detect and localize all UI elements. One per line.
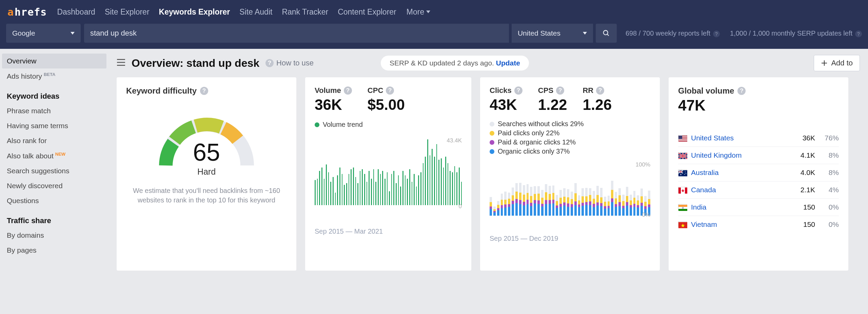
flag-icon (678, 152, 687, 158)
gv-country-link[interactable]: Canada (691, 186, 716, 194)
gv-row: India1500% (678, 199, 839, 216)
svg-rect-10 (678, 139, 687, 140)
nav-link-content-explorer[interactable]: Content Explorer (338, 7, 396, 17)
kd-note: We estimate that you'll need backlinks f… (126, 186, 287, 205)
svg-rect-11 (678, 140, 687, 141)
clicks-label: Clicks (490, 86, 512, 95)
svg-point-27 (680, 174, 682, 175)
nav-links: DashboardSite ExplorerKeywords ExplorerS… (57, 7, 396, 17)
rr-value: 1.26 (583, 96, 612, 113)
serp-update-link[interactable]: Update (496, 59, 520, 67)
sidebar-item-also-talk-about[interactable]: Also talk aboutNEW (2, 148, 106, 163)
gv-pct: 8% (820, 169, 839, 177)
nav-link-dashboard[interactable]: Dashboard (57, 7, 95, 17)
country-select[interactable]: United States (512, 24, 593, 43)
sidebar-heading: Traffic share (2, 208, 106, 228)
help-icon[interactable]: ? (737, 87, 746, 95)
svg-point-26 (684, 174, 685, 175)
add-to-button[interactable]: Add to (814, 55, 860, 71)
help-icon[interactable]: ? (855, 31, 862, 37)
flag-icon (678, 221, 687, 228)
sidebar-item-newly-discovered[interactable]: Newly discovered (2, 178, 106, 193)
gv-row: United States36K76% (678, 130, 839, 147)
help-icon[interactable]: ? (514, 86, 522, 95)
monthly-serp-status: 1,000 / 1,000 monthly SERP updates left (730, 30, 852, 37)
svg-rect-29 (678, 188, 681, 194)
weekly-reports-status: 698 / 700 weekly reports left (626, 30, 710, 37)
sidebar-item-overview[interactable]: Overview (2, 54, 106, 68)
cps-value: 1.22 (538, 96, 567, 113)
serp-update-pill: SERP & KD updated 2 days ago. Update (381, 56, 529, 71)
sidebar-item-by-domains[interactable]: By domains (2, 228, 106, 243)
keyword-input-wrap (84, 24, 509, 43)
engine-select[interactable]: Google (6, 24, 81, 43)
gv-volume: 4.1K (801, 151, 815, 159)
gv-pct: 0% (820, 220, 839, 229)
help-icon[interactable]: ? (386, 86, 394, 95)
gv-country-link[interactable]: Australia (691, 169, 719, 177)
sidebar-heading: Keyword ideas (2, 84, 106, 103)
svg-rect-23 (678, 172, 683, 172)
help-icon[interactable]: ? (596, 86, 604, 95)
volume-card: Volume? 36K CPC? $5.00 Volume trend 43.4… (305, 77, 471, 271)
keyword-input[interactable] (90, 29, 503, 38)
help-icon[interactable]: ? (200, 87, 208, 95)
nav-link-site-explorer[interactable]: Site Explorer (105, 7, 150, 17)
svg-point-0 (604, 31, 608, 35)
sidebar-item-search-suggestions[interactable]: Search suggestions (2, 163, 106, 178)
gv-country-link[interactable]: United States (691, 134, 734, 142)
help-icon[interactable]: ? (556, 86, 564, 95)
sidebar-item-having-same-terms[interactable]: Having same terms (2, 118, 106, 133)
svg-rect-17 (678, 156, 687, 156)
gv-list: United States36K76%United Kingdom4.1K8%A… (678, 130, 839, 233)
volume-trend-legend: Volume trend (315, 121, 462, 129)
svg-rect-12 (678, 136, 682, 139)
sidebar-item-questions[interactable]: Questions (2, 193, 106, 208)
chevron-down-icon (71, 32, 75, 35)
nav-link-keywords-explorer[interactable]: Keywords Explorer (159, 7, 230, 17)
rr-label: RR (583, 86, 593, 95)
global-volume-card: Global volume? 47K United States36K76%Un… (669, 77, 848, 271)
gv-country-link[interactable]: Vietnam (691, 220, 717, 229)
gv-row: Vietnam1500% (678, 216, 839, 233)
search-button[interactable] (596, 24, 617, 43)
logo[interactable]: ahrefs (7, 6, 47, 18)
clicks-y-top: 100% (636, 161, 650, 168)
gv-volume: 4.0K (801, 169, 815, 177)
clicks-legend-item: Searches without clicks 29% (490, 120, 650, 128)
cps-label: CPS (538, 86, 553, 95)
help-icon[interactable]: ? (344, 86, 352, 95)
how-to-use[interactable]: ? How to use (265, 59, 314, 67)
gv-volume: 150 (803, 220, 815, 229)
status-texts: 698 / 700 weekly reports left? 1,000 / 1… (626, 30, 862, 37)
gv-pct: 76% (820, 134, 839, 142)
gv-country-link[interactable]: United Kingdom (691, 151, 742, 159)
nav-more[interactable]: More (407, 7, 430, 17)
flag-icon (678, 204, 687, 210)
volume-value: 36K (315, 96, 352, 113)
clicks-legend-item: Organic clicks only 37% (490, 148, 650, 155)
serp-update-text: SERP & KD updated 2 days ago. (390, 59, 494, 67)
dot-icon (490, 131, 494, 136)
kd-label: Hard (152, 167, 261, 177)
nav-link-site-audit[interactable]: Site Audit (239, 7, 272, 17)
sidebar-item-ads-history[interactable]: Ads historyBETA (2, 68, 106, 84)
flag-icon (678, 170, 687, 176)
search-icon (603, 30, 610, 37)
trend-y-top: 43.4K (447, 137, 462, 144)
chevron-down-icon (583, 32, 587, 35)
keyword-difficulty-card: Keyword difficulty? 65 Hard We estimate … (117, 77, 296, 271)
hamburger-icon (117, 59, 125, 66)
volume-trend-label: Volume trend (323, 121, 363, 129)
title-bar: Overview: stand up desk ? How to use SER… (117, 55, 860, 71)
sidebar-item-by-pages[interactable]: By pages (2, 243, 106, 258)
gv-pct: 0% (820, 203, 839, 211)
gv-pct: 4% (820, 186, 839, 194)
sidebar-toggle[interactable] (117, 59, 125, 68)
nav-link-rank-tracker[interactable]: Rank Tracker (282, 7, 328, 17)
sidebar-item-phrase-match[interactable]: Phrase match (2, 103, 106, 118)
help-icon[interactable]: ? (713, 31, 720, 37)
gv-country-link[interactable]: India (691, 203, 707, 211)
gv-row: Australia4.0K8% (678, 164, 839, 181)
sidebar-item-also-rank-for[interactable]: Also rank for (2, 133, 106, 148)
